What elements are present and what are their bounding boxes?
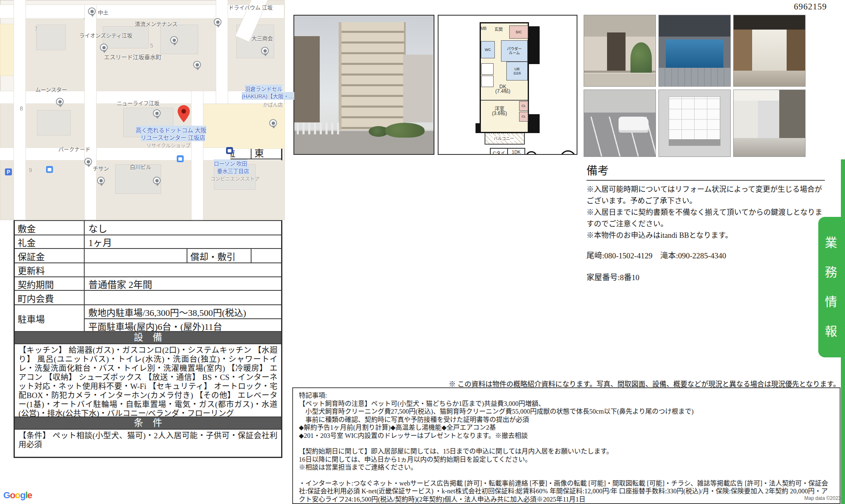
- remarks-line: ※入居可能時期についてはリフォーム状況によって変更が生じる場合がございます。予め…: [586, 184, 825, 207]
- remarks-section: 備考 ※入居可能時期についてはリフォーム状況によって変更が生じる場合がございます…: [586, 162, 825, 282]
- row-label: 保証金: [15, 249, 85, 262]
- map-pin-icon: [97, 177, 105, 184]
- photo-art: [734, 71, 805, 86]
- map-pin-icon: [84, 158, 92, 166]
- parking-icon: P: [5, 168, 12, 175]
- photo-art: [666, 39, 723, 68]
- map-building: [36, 25, 66, 50]
- photo-art: [734, 138, 805, 156]
- notes-line: 【契約始期日に関して】即入居部屋に関しては、15日までの申込に関しては月内入居を…: [299, 447, 834, 456]
- conditions-text: 【条件】 ペット相談(小型犬、猫可)・2人入居可能・子供可・保証会社利用必須: [15, 430, 281, 457]
- map-label: ローソン 吹田: [214, 159, 247, 167]
- table-row: 町内会費: [15, 291, 281, 305]
- floorplan-sic: SIC: [509, 25, 528, 39]
- photo-hallway: [733, 90, 806, 157]
- map-label: 高く売れるドットコム 大阪: [136, 126, 206, 134]
- remarks-divider: [586, 180, 825, 181]
- map-label: パークナード: [58, 145, 90, 153]
- map-destination-pin-icon: [178, 105, 190, 122]
- row-value: [85, 291, 281, 304]
- floorplan-powder-room: パウダー ルーム: [501, 40, 528, 62]
- map-label: ニューライフ江坂: [117, 99, 159, 107]
- floorplan-type-table: Cタイプ 1DK 専有面積 (MB含む) 30.69㎡: [490, 148, 525, 155]
- photo-neighbor-building: [403, 55, 433, 122]
- floorplan-kitchen-fixture: [481, 63, 494, 75]
- row-value: [85, 263, 281, 276]
- photo-pool: [658, 15, 731, 87]
- map-pin-icon: [100, 44, 108, 51]
- map-road: [216, 0, 228, 104]
- contact-phones: 尾﨑:080-1502-4129 滝本:090-2285-4340: [586, 249, 825, 260]
- row-value: [85, 249, 187, 262]
- photo-art: [619, 117, 649, 133]
- map-pin-icon: [56, 98, 64, 106]
- map-label: エスリード江坂垂水町: [104, 53, 162, 61]
- remarks-line: ※入居日までに契約書類を不備なく揃えて頂いてからの鍵渡しとなりますのでご注意くだ…: [586, 207, 825, 230]
- photo-art: [734, 30, 752, 71]
- table-row: 駐車場 敷地内駐車場/36,300円〜38,500円(税込) 平面駐車場(屋内)…: [15, 305, 281, 332]
- photo-art: [669, 97, 720, 140]
- convenience-store-icon: [226, 147, 233, 154]
- row-value: なし: [85, 221, 281, 235]
- tab-business-info-label: 業務情報: [821, 236, 839, 354]
- photo-entrance: [584, 15, 656, 87]
- map-label: リユースセンター 江坂店: [141, 133, 205, 141]
- notes-line: 小型犬飼育時クリーニング費27,500円(税込)、猫飼育時クリーニング費55,0…: [299, 407, 834, 416]
- notes-internet-paragraph: ・インターネット:つなぐネット・webサービス広告掲載 [許可]・転載事前連絡 …: [299, 479, 834, 504]
- map-pin-icon: [214, 18, 222, 26]
- notes-line: ◆解約予告1ヶ月前(月割り計算)◆高温差し湯機能◆全戸エアコン2基: [299, 423, 834, 432]
- parking-line: 平面駐車場(屋内)6台・(屋外)11台: [85, 319, 281, 332]
- tab-business-info[interactable]: 業務情報: [818, 217, 841, 357]
- map-block: [25, 160, 85, 220]
- remarks-line: ※本物件のお申込みはitandi BBとなります。: [586, 230, 825, 241]
- table-row: 敷金 なし: [15, 221, 281, 235]
- notes-line: 事前に種類の確認、契約時に写真や予防接種を受けた証明書等の提出が必須: [299, 416, 834, 424]
- floorplan-entrance-label: 玄関: [494, 27, 503, 32]
- photo-art: [584, 73, 656, 86]
- photo-art: [584, 90, 656, 113]
- location-map: P 中土 清流メンテナンス ライオンズシティ江坂 5 エスリード江坂垂水町 ドラ…: [0, 0, 285, 220]
- photo-art: [607, 32, 626, 71]
- notes-line: 16日以降に関しては、申込日から1ヵ月以内の契約始期日を設定してください。: [299, 456, 834, 464]
- map-block: [0, 24, 15, 76]
- document-number: 6962159: [781, 2, 827, 12]
- map-label: 8: [20, 105, 23, 112]
- floorplan-kitchen-fixture: [481, 76, 494, 87]
- shop-icon: [46, 166, 53, 173]
- floorplan-bedroom-label: 洋室 (3.6帖): [492, 107, 507, 116]
- row-value: 普通借家 2年間: [85, 277, 281, 290]
- map-pin-icon: [88, 7, 96, 15]
- parking-line: 敷地内駐車場/36,300円〜38,500円(税込): [85, 305, 281, 319]
- plan-layout: 1DK: [508, 149, 524, 155]
- photo-art: [787, 30, 805, 71]
- map-label: ライオンズシティ江坂: [79, 31, 132, 39]
- plan-type: Cタイプ: [491, 149, 508, 155]
- row-label: 駐車場: [15, 305, 85, 331]
- floorplan-divider: [481, 100, 528, 101]
- floorplan-closet: CL: [519, 112, 528, 122]
- notes-line: ◆201・203号室 WIC内設置のドレッサーはプレゼントとなります。※撤去相談: [299, 432, 834, 440]
- notes-title: 特記事項:: [299, 391, 834, 400]
- floorplan-wc: WC: [481, 41, 495, 58]
- compass-letter: z: [532, 155, 534, 155]
- equipment-text: 【キッチン】 給湯器(ガス)・ガスコンロ(2口)・システムキッチン 【水廻り】 …: [15, 344, 281, 417]
- photo-art: [669, 139, 720, 146]
- map-label: ドライバウム 江坂: [229, 3, 272, 11]
- row-value: [252, 249, 281, 262]
- map-label: リサイクルショップ: [146, 142, 190, 149]
- map-label: (HAKURA)【大阪・…: [242, 92, 285, 100]
- photo-neighbor-building: [294, 36, 320, 122]
- floorplan-dk-label: DK (7.4帖): [495, 85, 510, 94]
- row-label: 礼金: [15, 235, 85, 248]
- photo-art: [630, 42, 652, 75]
- map-pin-icon: [170, 36, 178, 44]
- map-label: 9: [29, 167, 32, 173]
- map-label: 中土: [98, 8, 109, 16]
- map-pin-icon: [193, 61, 201, 69]
- map-road: [192, 91, 203, 219]
- photo-art: [734, 15, 805, 30]
- floorplan-wall-block: [476, 123, 481, 133]
- floorplan: MB 玄関 SIC WC パウダー ルーム UB 1116 DK (7.4帖) …: [438, 15, 577, 155]
- row-value: 1ヶ月: [85, 235, 281, 248]
- compass-icon: z: [526, 151, 537, 155]
